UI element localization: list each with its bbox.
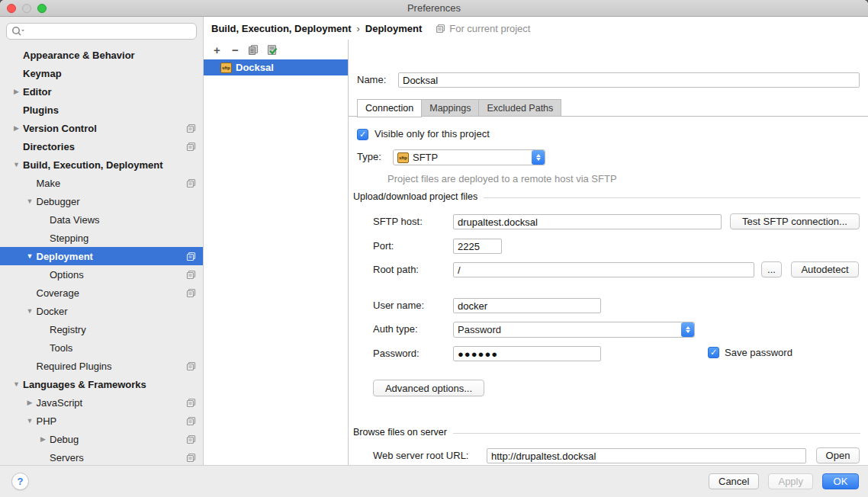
cancel-button[interactable]: Cancel	[709, 473, 759, 489]
tab-excluded-paths[interactable]: Excluded Paths	[478, 99, 561, 117]
chevron-down-icon[interactable]: ▼	[24, 252, 37, 260]
settings-sidebar: Appearance & BehaviorKeymap▶EditorPlugin…	[0, 17, 204, 465]
sidebar-item-coverage[interactable]: Coverage	[0, 284, 203, 302]
sidebar-item-label: Tools	[50, 342, 72, 354]
sidebar-item-php[interactable]: ▼PHP	[0, 412, 203, 430]
web-root-input[interactable]	[487, 448, 806, 463]
breadcrumb-parent[interactable]: Build, Execution, Deployment	[211, 23, 351, 34]
search-input[interactable]	[6, 23, 197, 40]
sidebar-item-required-plugins[interactable]: Required Plugins	[0, 357, 203, 375]
sftp-host-input[interactable]	[453, 214, 722, 229]
help-button[interactable]: ?	[11, 473, 29, 490]
chevron-right-icon[interactable]: ▶	[10, 124, 23, 132]
save-password-checkbox[interactable]: ✓	[708, 347, 719, 358]
sidebar-item-label: Languages & Frameworks	[23, 379, 146, 390]
browse-section-header: Browse files on server	[353, 427, 860, 438]
sidebar-item-javascript[interactable]: ▶JavaScript	[0, 393, 203, 412]
visible-only-checkbox[interactable]: ✓	[357, 129, 368, 140]
settings-search	[6, 23, 197, 40]
sidebar-item-editor[interactable]: ▶Editor	[0, 82, 203, 101]
tab-mappings[interactable]: Mappings	[421, 99, 479, 117]
name-input[interactable]	[398, 72, 860, 88]
sidebar-item-appearance-behavior[interactable]: Appearance & Behavior	[0, 46, 203, 64]
sidebar-item-tools[interactable]: Tools	[0, 338, 203, 357]
web-root-label: Web server root URL:	[373, 448, 468, 463]
add-server-button[interactable]: +	[211, 43, 223, 56]
sidebar-item-debugger[interactable]: ▼Debugger	[0, 192, 203, 210]
root-path-label: Root path:	[373, 262, 419, 277]
chevron-down-icon[interactable]: ▼	[10, 380, 23, 388]
auth-type-select[interactable]: Password	[453, 322, 695, 338]
close-window-button[interactable]	[7, 4, 16, 13]
zoom-window-button[interactable]	[37, 4, 47, 13]
sidebar-item-label: Appearance & Behavior	[23, 50, 135, 61]
sidebar-item-label: Options	[50, 269, 84, 281]
remove-server-button[interactable]: −	[229, 43, 242, 56]
ok-button[interactable]: OK	[822, 473, 859, 489]
test-sftp-connection-button[interactable]: Test SFTP connection...	[730, 213, 860, 229]
server-item-docksal[interactable]: sftpDocksal	[204, 59, 348, 75]
project-scope-icon	[186, 434, 196, 444]
sidebar-item-docker[interactable]: ▼Docker	[0, 302, 203, 320]
sftp-host-label: SFTP host:	[373, 214, 423, 229]
sidebar-item-build-execution-deployment[interactable]: ▼Build, Execution, Deployment	[0, 156, 203, 174]
root-path-input[interactable]	[453, 262, 754, 277]
chevron-right-icon[interactable]: ▶	[37, 435, 50, 443]
chevron-down-icon[interactable]: ▼	[24, 307, 37, 315]
project-scope-icon	[186, 252, 196, 261]
sidebar-item-registry[interactable]: Registry	[0, 320, 203, 338]
sidebar-item-options[interactable]: Options	[0, 265, 203, 284]
port-input[interactable]	[453, 239, 502, 254]
password-input[interactable]	[453, 346, 601, 361]
sidebar-item-deployment[interactable]: ▼Deployment	[0, 247, 203, 265]
browse-section-title: Browse files on server	[353, 427, 447, 438]
sidebar-item-plugins[interactable]: Plugins	[0, 101, 203, 119]
sidebar-item-keymap[interactable]: Keymap	[0, 64, 203, 82]
sidebar-item-version-control[interactable]: ▶Version Control	[0, 119, 203, 137]
auth-type-label: Auth type:	[373, 322, 418, 337]
sidebar-item-label: Registry	[50, 324, 86, 335]
project-scope-icon	[186, 288, 196, 298]
name-label: Name:	[357, 72, 386, 88]
sidebar-item-label: Debug	[50, 434, 79, 445]
visible-only-label: Visible only for this project	[375, 127, 490, 142]
project-scope-icon	[186, 123, 196, 133]
server-list-toolbar: + −	[204, 40, 348, 59]
tab-connection[interactable]: Connection	[357, 99, 422, 117]
sidebar-item-languages-frameworks[interactable]: ▼Languages & Frameworks	[0, 375, 203, 393]
sidebar-item-label: PHP	[37, 415, 57, 427]
chevron-right-icon[interactable]: ▶	[10, 88, 23, 95]
window-title: Preferences	[407, 2, 461, 14]
sidebar-item-stepping[interactable]: Stepping	[0, 229, 203, 247]
tab-divider	[349, 116, 868, 117]
project-scope-icon	[436, 24, 445, 34]
project-scope-icon	[186, 361, 196, 371]
sidebar-item-data-views[interactable]: Data Views	[0, 210, 203, 229]
chevron-down-icon[interactable]: ▼	[10, 161, 23, 168]
user-name-input[interactable]	[453, 298, 601, 313]
chevron-right-icon[interactable]: ▶	[24, 399, 37, 406]
save-password-label: Save password	[725, 345, 792, 361]
type-select[interactable]: sftp SFTP	[393, 149, 545, 165]
project-scope-icon	[186, 270, 196, 280]
use-as-default-icon[interactable]	[265, 43, 278, 56]
sidebar-item-servers[interactable]: Servers	[0, 448, 203, 465]
user-name-label: User name:	[373, 298, 424, 313]
chevron-down-icon[interactable]: ▼	[24, 197, 37, 205]
browse-root-path-button[interactable]: ...	[761, 261, 782, 277]
sidebar-item-label: JavaScript	[37, 397, 83, 409]
project-scope-icon	[186, 416, 196, 426]
sidebar-item-label: Docker	[37, 306, 68, 317]
project-scope-icon	[186, 398, 196, 408]
open-url-button[interactable]: Open	[816, 447, 860, 463]
sidebar-item-make[interactable]: Make	[0, 174, 203, 192]
sidebar-item-label: Keymap	[23, 68, 62, 79]
chevron-down-icon[interactable]: ▼	[24, 417, 37, 425]
autodetect-button[interactable]: Autodetect	[791, 261, 859, 277]
minimize-window-button	[22, 4, 31, 13]
sidebar-item-label: Version Control	[23, 123, 97, 134]
copy-server-icon[interactable]	[247, 43, 260, 56]
sidebar-item-debug[interactable]: ▶Debug	[0, 430, 203, 448]
sidebar-item-directories[interactable]: Directories	[0, 137, 203, 156]
advanced-options-button[interactable]: Advanced options...	[373, 380, 484, 396]
